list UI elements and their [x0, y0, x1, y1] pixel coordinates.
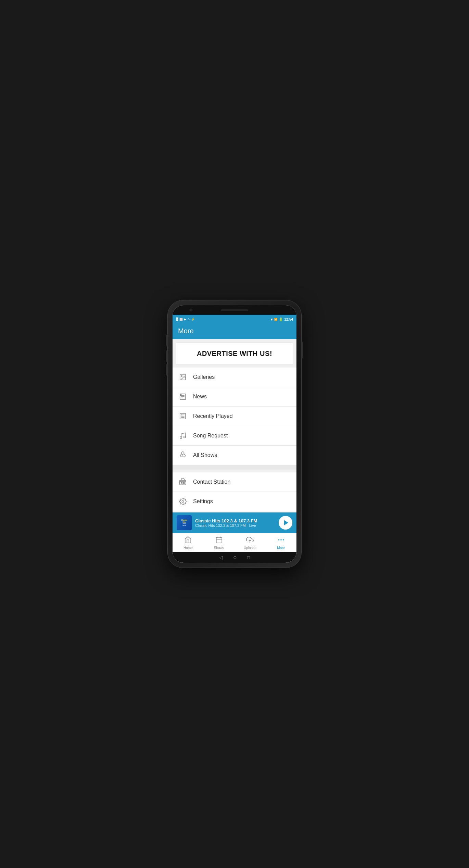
station-logo-text: Classic Hits 102.3 107.3 [181, 519, 187, 526]
speaker [221, 309, 248, 311]
play-icon [284, 520, 288, 525]
menu-list-primary: Galleries News [173, 368, 296, 465]
scroll-content[interactable]: ADVERTISE WITH US! Galleries [173, 339, 296, 512]
top-bezel [173, 305, 296, 315]
phone-device: 🁢 ⬜ ▶ ⚠ ⚡ ▾ 📶 🔋 12:54 More ADVERTISE WIT… [168, 300, 301, 568]
svg-point-12 [180, 437, 182, 439]
galleries-icon [178, 372, 188, 382]
now-playing-title: Classic Hits 102.3 & 107.3 FM [195, 518, 275, 523]
back-button[interactable]: ◁ [219, 555, 223, 560]
home-icon [184, 536, 192, 545]
svg-rect-15 [180, 480, 186, 485]
news-label: News [193, 394, 207, 400]
menu-item-galleries[interactable]: Galleries [173, 368, 296, 387]
contact-station-icon [178, 477, 188, 487]
svg-point-18 [182, 500, 184, 503]
home-nav-label: Home [183, 546, 193, 550]
menu-item-settings[interactable]: Settings [173, 492, 296, 511]
page-title: More [178, 327, 291, 335]
svg-point-27 [278, 539, 280, 541]
status-right: ▾ 📶 🔋 12:54 [271, 318, 293, 321]
camera [190, 309, 192, 311]
galleries-label: Galleries [193, 374, 215, 380]
battery-icon: 🔋 [279, 318, 283, 321]
all-shows-icon [178, 450, 188, 460]
recently-played-label: Recently Played [193, 413, 233, 419]
svg-point-1 [181, 375, 182, 376]
section-divider [173, 465, 296, 470]
song-request-label: Song Request [193, 433, 228, 439]
all-shows-label: All Shows [193, 452, 217, 458]
recently-played-icon [178, 411, 188, 421]
warning-icon: ⚠ [187, 318, 190, 321]
station-logo: Classic Hits 102.3 107.3 [177, 515, 192, 530]
svg-rect-17 [183, 483, 185, 484]
menu-item-all-shows[interactable]: All Shows [173, 446, 296, 465]
song-request-icon [178, 431, 188, 441]
time-display: 12:54 [284, 318, 293, 321]
now-playing-info: Classic Hits 102.3 & 107.3 FM Classic Hi… [195, 518, 275, 528]
svg-rect-6 [180, 394, 182, 396]
menu-item-news[interactable]: News [173, 387, 296, 407]
news-icon [178, 392, 188, 401]
nav-item-shows[interactable]: Shows [204, 533, 235, 552]
menu-item-recently-played[interactable]: Recently Played [173, 407, 296, 426]
menu-item-contact-station[interactable]: Contact Station [173, 472, 296, 492]
now-playing-bar[interactable]: Classic Hits 102.3 107.3 Classic Hits 10… [173, 512, 296, 533]
uploads-icon [246, 536, 254, 545]
ad-text: ADVERTISE WITH US! [197, 350, 272, 358]
nav-item-more[interactable]: More [266, 533, 297, 552]
image-icon: ⬜ [179, 318, 183, 321]
bolt-icon: ⚡ [191, 318, 195, 321]
home-button[interactable]: ○ [233, 554, 237, 561]
phone-screen: 🁢 ⬜ ▶ ⚠ ⚡ ▾ 📶 🔋 12:54 More ADVERTISE WIT… [173, 305, 296, 563]
nav-item-uploads[interactable]: Uploads [234, 533, 266, 552]
status-bar: 🁢 ⬜ ▶ ⚠ ⚡ ▾ 📶 🔋 12:54 [173, 315, 296, 324]
signal-icon: 📶 [274, 318, 277, 321]
nav-item-home[interactable]: Home [173, 533, 204, 552]
shows-icon [215, 536, 223, 545]
ad-banner[interactable]: ADVERTISE WITH US! [176, 343, 293, 365]
svg-rect-22 [216, 537, 222, 543]
bottom-bezel: ◁ ○ □ [173, 552, 296, 563]
play-button[interactable] [279, 516, 292, 530]
status-icons: 🁢 ⬜ ▶ ⚠ ⚡ [176, 318, 195, 321]
svg-point-13 [184, 436, 186, 438]
recents-button[interactable]: □ [247, 555, 250, 560]
svg-rect-16 [181, 483, 182, 484]
menu-item-song-request[interactable]: Song Request [173, 426, 296, 446]
svg-marker-11 [181, 414, 182, 416]
contact-station-label: Contact Station [193, 479, 230, 485]
bottom-nav: Home Shows [173, 533, 296, 552]
shows-nav-label: Shows [214, 546, 224, 550]
wifi-icon: ▾ [271, 318, 272, 321]
menu-list-secondary: Contact Station Settings [173, 472, 296, 512]
sync-icon: ▶ [184, 318, 186, 321]
settings-label: Settings [193, 498, 213, 505]
notification-icon: 🁢 [176, 318, 178, 321]
more-icon [277, 536, 285, 545]
svg-point-28 [280, 539, 282, 541]
svg-point-29 [282, 539, 284, 541]
app-header: More [173, 324, 296, 339]
more-nav-label: More [277, 546, 285, 550]
now-playing-subtitle: Classic Hits 102.3 & 107.3 FM - Live [195, 523, 275, 528]
uploads-nav-label: Uploads [244, 546, 256, 550]
settings-icon [178, 497, 188, 506]
